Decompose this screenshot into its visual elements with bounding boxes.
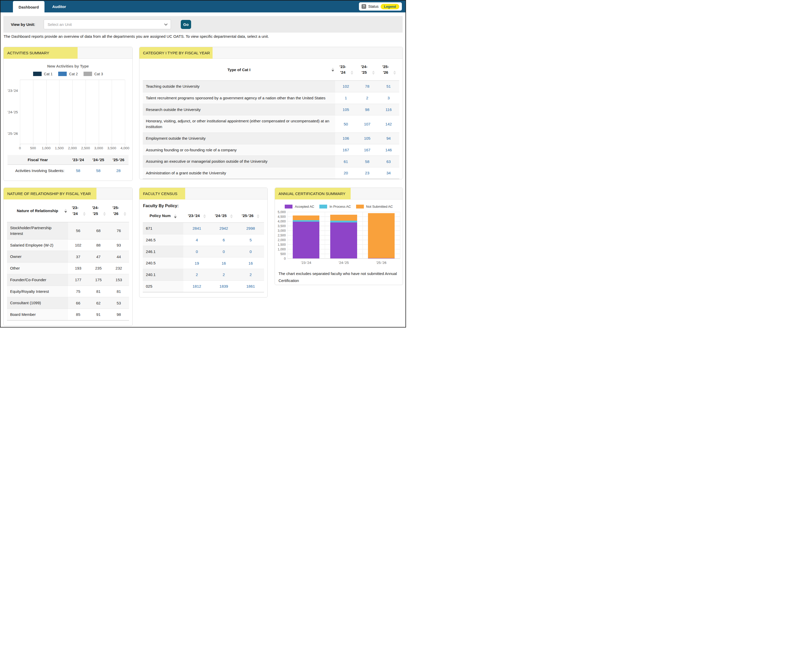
row-value-cell: 19 — [183, 257, 210, 269]
axis-tick — [125, 144, 125, 146]
row-value[interactable]: 107 — [364, 122, 370, 126]
legend-badge[interactable]: Legend — [381, 4, 399, 9]
row-value[interactable]: 50 — [344, 122, 348, 126]
row-value[interactable]: 1 — [345, 96, 347, 100]
row-value-cell: 193 — [68, 263, 88, 274]
row-value[interactable]: 0 — [223, 249, 225, 254]
row-value[interactable]: 142 — [385, 122, 392, 126]
row-value[interactable]: 23 — [365, 171, 370, 175]
column-header-year-25-26[interactable]: '25-'26 — [378, 64, 399, 75]
row-value[interactable]: 2 — [196, 272, 198, 277]
row-value[interactable]: 63 — [386, 159, 391, 164]
row-value-cell: 107 — [357, 115, 378, 132]
row-value[interactable]: 0 — [250, 249, 252, 254]
sort-icon[interactable] — [332, 68, 334, 72]
row-value[interactable]: 3 — [387, 96, 390, 100]
row-value[interactable]: 34 — [386, 171, 391, 175]
row-value[interactable]: 2998 — [246, 226, 255, 231]
tab-auditor[interactable]: Auditor — [45, 0, 73, 12]
row-value[interactable]: 2 — [250, 272, 252, 277]
row-value[interactable]: 116 — [385, 108, 392, 112]
row-value[interactable]: 167 — [343, 148, 349, 152]
row-value[interactable]: 16 — [222, 261, 226, 265]
row-value[interactable]: 0 — [196, 249, 198, 254]
row-value[interactable]: 19 — [195, 261, 199, 265]
row-value[interactable]: 98 — [365, 108, 370, 112]
table-row: Activities Involving Students: 58 58 28 — [8, 165, 129, 176]
unit-filter-bar: View by Unit: Select an Unit Go — [3, 16, 403, 32]
row-label: Owner — [7, 251, 68, 262]
row-value[interactable]: 78 — [365, 84, 370, 88]
row-value[interactable]: 58 — [88, 168, 108, 173]
panel-title: CATEGORY I TYPE BY FISCAL YEAR — [140, 47, 213, 59]
column-header-year-25-26[interactable]: '25-'26 — [109, 205, 129, 217]
column-header-year-25-26[interactable]: '25-'26 — [237, 214, 264, 218]
row-value-cell: 16 — [210, 257, 237, 269]
table-row: Talent recruitment programs sponsored by… — [143, 92, 399, 104]
tick-label: 5,000 — [278, 210, 286, 214]
row-value-cell: 6 — [210, 234, 237, 246]
row-value[interactable]: 6 — [223, 238, 225, 242]
unit-select[interactable]: Select an Unit — [44, 19, 171, 29]
column-header-year-24-25[interactable]: '24-'25 — [210, 214, 237, 218]
tab-dashboard[interactable]: Dashboard — [13, 1, 45, 13]
row-value[interactable]: 2841 — [192, 226, 201, 231]
row-value-cell: 2942 — [210, 223, 237, 234]
status-legend-button[interactable]: ? Status Legend — [359, 2, 402, 11]
row-value[interactable]: 105 — [364, 136, 370, 140]
row-value[interactable]: 94 — [386, 136, 391, 140]
panel-header: CATEGORY I TYPE BY FISCAL YEAR — [140, 47, 403, 59]
sort-icon[interactable] — [351, 71, 353, 75]
row-value[interactable]: 102 — [343, 84, 349, 88]
column-header-year-24-25[interactable]: '24-'25 — [357, 64, 378, 75]
row-value[interactable]: 28 — [108, 168, 129, 173]
sort-icon[interactable] — [64, 209, 67, 213]
row-value[interactable]: 20 — [344, 171, 348, 175]
row-label: Assuming an executive or managerial posi… — [143, 156, 335, 167]
row-value[interactable]: 1812 — [192, 284, 201, 288]
row-value-cell: 85 — [68, 309, 88, 320]
row-value[interactable]: 2942 — [220, 226, 228, 231]
column-header-year-23-24[interactable]: '23-'24 — [68, 205, 88, 217]
row-value[interactable]: 61 — [344, 159, 348, 164]
row-value[interactable]: 16 — [249, 261, 253, 265]
sort-icon[interactable] — [103, 212, 106, 216]
row-value[interactable]: 51 — [386, 84, 391, 88]
sort-icon[interactable] — [124, 212, 126, 216]
go-button[interactable]: Go — [181, 20, 191, 29]
row-value-cell: 34 — [378, 168, 399, 179]
row-value-cell: 98 — [109, 309, 129, 320]
sort-icon[interactable] — [174, 214, 177, 218]
row-value[interactable]: 58 — [68, 168, 88, 173]
row-value[interactable]: 58 — [365, 159, 370, 164]
sort-icon[interactable] — [372, 71, 375, 75]
row-value-cell: 68 — [88, 222, 108, 239]
row-value[interactable]: 146 — [385, 148, 392, 152]
sort-icon[interactable] — [230, 214, 233, 218]
tick-label: 500 — [280, 252, 286, 256]
row-value[interactable]: 1839 — [220, 284, 228, 288]
sort-icon[interactable] — [393, 71, 396, 75]
sort-icon[interactable] — [83, 212, 86, 216]
row-value[interactable]: 105 — [343, 108, 349, 112]
column-header-year-23-24[interactable]: '23-'24 — [183, 214, 210, 218]
legend-item: In Process AC — [319, 204, 351, 209]
top-navigation-bar: Dashboard Auditor ? Status Legend — [0, 0, 405, 12]
column-header-nature-of-relationship[interactable]: Nature of Relationship — [7, 209, 68, 213]
row-value[interactable]: 106 — [343, 136, 349, 140]
row-value[interactable]: 5 — [250, 238, 252, 242]
row-value[interactable]: 2 — [366, 96, 368, 100]
table-row: Owner374744 — [7, 251, 129, 263]
column-header-year-24-25[interactable]: '24-'25 — [88, 205, 108, 217]
row-value[interactable]: 2 — [223, 272, 225, 277]
sort-icon[interactable] — [257, 214, 259, 218]
column-header-year-23-24[interactable]: '23-'24 — [335, 64, 357, 75]
row-value[interactable]: 167 — [364, 148, 370, 152]
bar-segment — [293, 215, 319, 220]
column-header-policy-num[interactable]: Policy Num — [143, 214, 183, 218]
sort-icon[interactable] — [203, 214, 206, 218]
row-value[interactable]: 1861 — [246, 284, 255, 288]
row-value[interactable]: 4 — [196, 238, 198, 242]
column-header-type-of-cat-i[interactable]: Type of Cat I — [143, 68, 335, 72]
row-value: 91 — [96, 312, 101, 317]
